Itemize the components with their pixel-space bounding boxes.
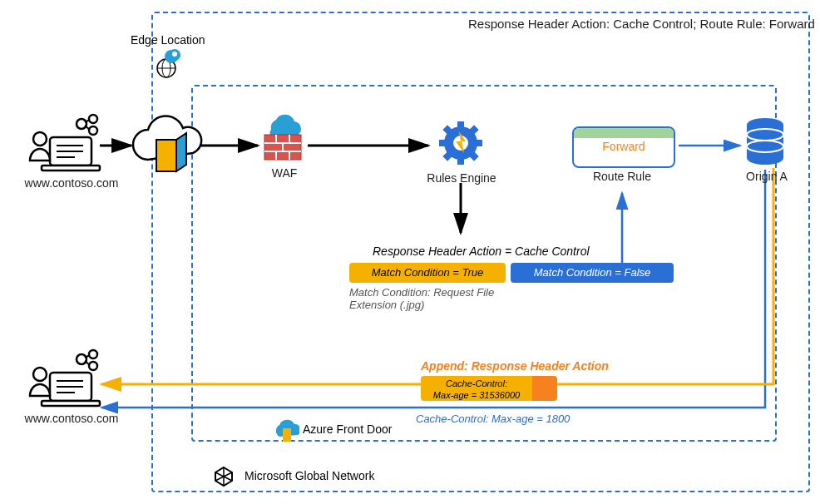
svg-rect-17 [42,401,100,406]
svg-point-12 [89,115,97,123]
waf-icon [264,115,301,160]
append-cc-line2: Max-age = 31536000 [433,390,520,400]
svg-rect-37 [457,121,464,130]
match-condition-note: Match Condition: Request File Extension … [349,286,516,311]
svg-point-13 [89,126,97,135]
mgn-icon [215,467,232,486]
svg-rect-40 [474,140,482,146]
match-false-text: Match Condition = False [534,266,651,279]
route-rule-bar [574,128,674,138]
rules-engine-icon [439,121,482,165]
svg-rect-27 [156,140,176,171]
mgn-label: Microsoft Global Network [241,469,378,482]
svg-rect-52 [283,428,291,442]
origin-caption: Origin A [742,170,792,183]
svg-point-11 [77,119,86,129]
svg-rect-38 [457,156,464,165]
rules-engine-caption: Rules Engine [424,171,499,185]
user-top-icon [30,115,100,170]
route-rule-caption: Route Rule [589,170,655,183]
route-rule-box: Forward [572,126,675,168]
svg-point-21 [33,368,47,381]
route-rule-action: Forward [574,138,674,153]
append-label: Append: Response Header Action [421,359,609,373]
svg-rect-6 [42,166,100,170]
user-bottom-caption: www.contoso.com [22,412,121,425]
response-header-action-text: Response Header Action = Cache Control [373,245,590,258]
blue-cache-control-text: Cache-Control: Max-age = 1800 [416,413,570,425]
match-true-chip: Match Condition = True [349,263,506,283]
match-false-chip: Match Condition = False [511,263,674,283]
user-bottom-icon [30,350,100,406]
svg-point-4 [172,52,177,57]
user-top-caption: www.contoso.com [22,176,121,190]
match-true-text: Match Condition = True [372,266,484,279]
svg-point-22 [77,354,86,364]
waf-caption: WAF [266,166,303,180]
afd-label: Azure Front Door [299,422,395,436]
append-box: Cache-Control: Max-age = 31536000 [421,376,557,401]
front-door-icon [133,116,201,171]
edge-location-icon [157,49,180,77]
origin-a-icon [747,118,783,165]
svg-point-24 [89,362,97,370]
svg-point-23 [89,350,97,358]
svg-rect-39 [439,140,447,146]
afd-small-icon [276,420,301,442]
append-cc-line1: Cache-Control: [446,378,507,388]
svg-point-10 [33,132,47,146]
svg-point-49 [747,151,783,165]
